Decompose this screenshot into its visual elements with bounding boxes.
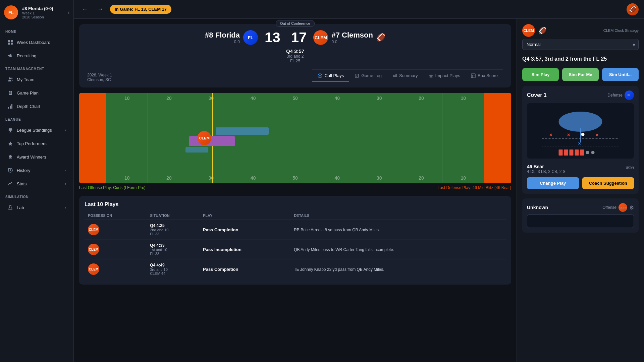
hash-line-top — [106, 125, 484, 125]
svg-rect-11 — [11, 104, 12, 109]
action-buttons: Sim Play Sim For Me Sim Until... — [522, 68, 639, 81]
svg-rect-25 — [394, 75, 395, 77]
sidebar-item-my-team[interactable]: My Team — [2, 73, 71, 86]
megaphone-icon — [7, 53, 13, 59]
change-play-button[interactable]: Change Play — [527, 177, 579, 189]
defense-name: 46 Bear — [527, 164, 566, 169]
table-row: CLEM Q4 4:33 1st and 10 FL 33 Pass Incom… — [85, 240, 506, 259]
sidebar-item-game-plan[interactable]: Game Plan — [2, 86, 71, 99]
home-team-name: #8 Florida — [205, 31, 240, 40]
tab-summary[interactable]: Summary — [387, 70, 423, 82]
sidebar-item-lab[interactable]: Lab › — [2, 201, 71, 214]
topbar: ← → In Game: FL 13, CLEM 17 🏈 — [74, 0, 644, 19]
sidebar-item-depth-chart[interactable]: Depth Chart — [2, 100, 71, 113]
team-badge: CLEM — [88, 244, 99, 255]
team-badge: CLEM — [88, 263, 99, 275]
content-area: Out of Conference #8 Florida 0-0 FL 13 1… — [74, 19, 644, 362]
sidebar-item-history[interactable]: History › — [2, 164, 71, 177]
football-icon-med: 🏈 — [538, 26, 547, 35]
defense-formation-block2 — [185, 147, 208, 153]
svg-rect-0 — [8, 40, 10, 42]
svg-point-37 — [581, 133, 585, 136]
chart-icon — [7, 103, 13, 109]
svg-rect-13 — [9, 132, 12, 132]
sim-play-button[interactable]: Sim Play — [522, 68, 559, 81]
stats-icon — [7, 181, 13, 187]
svg-text:×: × — [567, 132, 570, 138]
offense-header: Unknown Offense CLEM ⚙ — [527, 203, 634, 212]
clock-strategy-select[interactable]: Normal Hurry Up Bleed Clock — [522, 39, 639, 50]
situation-pos: FL 33 — [150, 252, 196, 256]
defense-diagram: × × × × — [527, 103, 634, 159]
away-team-name-block: #7 Clemson 0-0 — [331, 31, 373, 44]
award-icon — [7, 154, 13, 160]
game-quarter: Q4 3:57 — [87, 48, 503, 54]
sidebar-item-stats[interactable]: Stats › — [2, 177, 71, 190]
forward-button[interactable]: → — [95, 4, 106, 14]
sidebar-section-home: HOME — [0, 25, 73, 36]
svg-text:×: × — [578, 141, 581, 146]
users-icon — [7, 76, 13, 82]
play-details: QB Andy Miles pass to WR Carter Tang fal… — [294, 247, 394, 252]
tab-call-plays[interactable]: Call Plays — [312, 70, 349, 82]
away-team-logo: CLEM — [313, 30, 328, 45]
chevron-right-icon: › — [65, 206, 66, 209]
sidebar-item-week-dashboard[interactable]: Week Dashboard — [2, 36, 71, 49]
gear-icon[interactable]: ⚙ — [629, 204, 634, 211]
svg-point-4 — [9, 77, 11, 79]
main-content: ← → In Game: FL 13, CLEM 17 🏈 Out of Con… — [74, 0, 644, 362]
football-icon: 🏈 — [627, 3, 639, 15]
sidebar-section-sim: SIMULATION — [0, 190, 73, 201]
tab-box-score[interactable]: Box Score — [466, 70, 503, 82]
tab-impact-plays[interactable]: Impact Plays — [423, 70, 466, 82]
sidebar-collapse-button[interactable]: ‹ — [68, 9, 69, 15]
grid-icon — [7, 39, 13, 45]
away-score: 17 — [291, 29, 307, 46]
coach-suggestion-button[interactable]: Coach Suggestion — [582, 177, 634, 189]
defense-section: Cover 1 Defense FL × — [522, 86, 639, 194]
lab-icon — [7, 204, 13, 210]
sidebar-item-league-standings[interactable]: League Standings › — [2, 124, 71, 136]
play-select-box[interactable] — [527, 215, 634, 228]
sidebar-season: 2028 Season — [22, 15, 53, 19]
offense-badge-row: Offense CLEM ⚙ — [602, 203, 634, 212]
field-position: FL 25 — [87, 59, 503, 63]
back-button[interactable]: ← — [79, 4, 91, 14]
game-status-badge: In Game: FL 13, CLEM 17 — [110, 5, 171, 14]
sim-until-button[interactable]: Sim Until... — [602, 68, 639, 81]
play-details: TE Johnny Knapp 23 yd pass from QB Andy … — [294, 267, 384, 272]
sidebar-item-label: Game Plan — [17, 90, 66, 96]
sidebar-week: Week 1 — [22, 11, 53, 15]
football-field-container: 10 20 30 40 50 40 30 20 10 10 20 — [79, 93, 511, 192]
sidebar-header: FL #8 Florida (0-0) Week 1 2028 Season ‹ — [0, 0, 73, 25]
svg-rect-1 — [11, 40, 13, 42]
offense-formation-block — [189, 136, 234, 146]
sim-for-me-button[interactable]: Sim For Me — [562, 68, 599, 81]
defense-formation-block — [216, 127, 269, 135]
play-type: Pass Completion — [203, 267, 238, 272]
home-team-name-block: #8 Florida 0-0 — [205, 31, 240, 44]
team-badge: CLEM — [88, 224, 99, 235]
clipboard-icon — [7, 90, 13, 96]
svg-marker-27 — [429, 74, 433, 78]
sidebar-item-award-winners[interactable]: Award Winners — [2, 150, 71, 163]
svg-rect-12 — [10, 131, 11, 132]
table-row: CLEM Q4 4:49 3rd and 10 CLEM 44 Pass Com… — [85, 259, 506, 279]
play-type: Pass Completion — [203, 227, 238, 232]
tab-game-log[interactable]: Game Log — [349, 70, 387, 82]
sidebar-team-info: #8 Florida (0-0) Week 1 2028 Season — [22, 6, 53, 19]
svg-point-15 — [9, 155, 12, 158]
col-details: Details — [290, 212, 506, 220]
home-score: 13 — [265, 29, 280, 46]
defense-title: Cover 1 — [527, 92, 547, 98]
play-type: Pass Incompletion — [203, 247, 241, 252]
sidebar-item-top-performers[interactable]: Top Performers — [2, 137, 71, 150]
game-info: Q4 3:57 3rd and 2 FL 25 — [87, 48, 503, 63]
history-icon — [7, 167, 13, 173]
last-offense-play: Last Offense Play: Curls (I Form-Pro) — [79, 185, 146, 190]
plays-title: Last 10 Plays — [85, 201, 506, 207]
sidebar-item-recruiting[interactable]: Recruiting — [2, 49, 71, 62]
svg-rect-40 — [559, 149, 563, 156]
svg-rect-26 — [395, 74, 397, 77]
play-details: RB Brice Arreola 8 yd pass from QB Andy … — [294, 228, 380, 232]
